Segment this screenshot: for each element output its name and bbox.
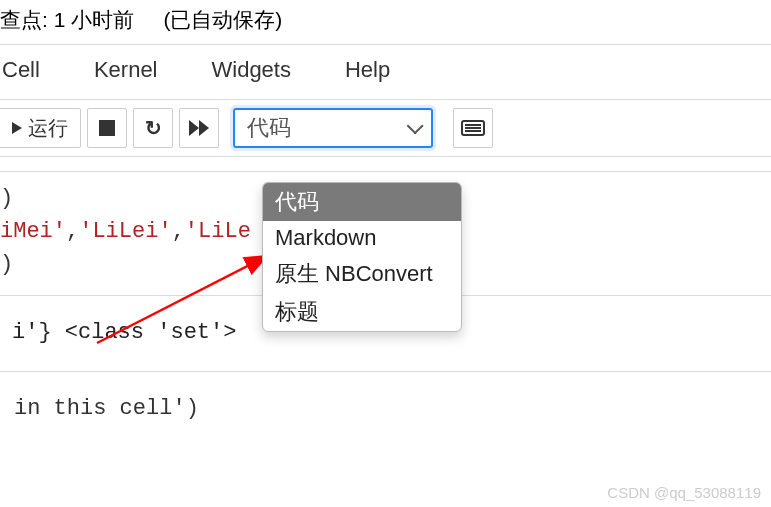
code-line: ) xyxy=(0,252,13,277)
menu-bar: Cell Kernel Widgets Help xyxy=(0,44,771,100)
string-literal: 'LiLei' xyxy=(79,219,171,244)
command-palette-button[interactable] xyxy=(453,108,493,148)
refresh-icon: ↻ xyxy=(145,116,162,140)
watermark: CSDN @qq_53088119 xyxy=(607,484,761,501)
string-literal: 'LiLe xyxy=(185,219,251,244)
checkpoint-text: 查点: 1 小时前 xyxy=(0,8,134,31)
run-label: 运行 xyxy=(28,115,68,142)
menu-widgets[interactable]: Widgets xyxy=(210,53,293,87)
chevron-down-icon xyxy=(407,117,424,134)
autosave-text: (已自动保存) xyxy=(163,8,282,31)
dropdown-option-heading[interactable]: 标题 xyxy=(263,293,461,331)
code-line: ) xyxy=(0,186,13,211)
cell-type-dropdown: 代码 Markdown 原生 NBConvert 标题 xyxy=(262,182,462,332)
menu-kernel[interactable]: Kernel xyxy=(92,53,160,87)
cell-type-select[interactable]: 代码 xyxy=(233,108,433,148)
code-line: in this cell') xyxy=(14,396,199,421)
string-literal: iMei' xyxy=(0,219,66,244)
menu-cell[interactable]: Cell xyxy=(0,53,42,87)
stop-button[interactable] xyxy=(87,108,127,148)
code-cell[interactable]: in this cell') xyxy=(0,372,771,431)
restart-button[interactable]: ↻ xyxy=(133,108,173,148)
dropdown-option-code[interactable]: 代码 xyxy=(263,183,461,221)
stop-icon xyxy=(99,120,115,136)
menu-help[interactable]: Help xyxy=(343,53,392,87)
dropdown-option-markdown[interactable]: Markdown xyxy=(263,221,461,255)
cell-type-value: 代码 xyxy=(247,113,291,143)
keyboard-icon xyxy=(461,120,485,136)
fast-forward-icon xyxy=(189,120,209,136)
toolbar: 运行 ↻ 代码 xyxy=(0,100,771,157)
dropdown-option-nbconvert[interactable]: 原生 NBConvert xyxy=(263,255,461,293)
play-icon xyxy=(12,122,22,134)
output-text: i'} <class 'set'> xyxy=(12,320,236,345)
run-button[interactable]: 运行 xyxy=(0,108,81,148)
run-all-button[interactable] xyxy=(179,108,219,148)
